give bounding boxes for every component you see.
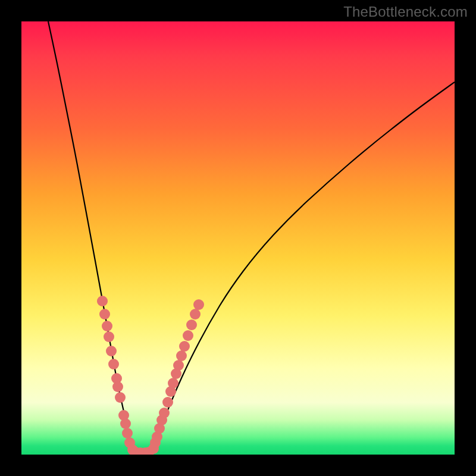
marker-dot	[168, 378, 178, 389]
plot-area	[21, 21, 455, 455]
marker-dot	[108, 359, 119, 369]
marker-dot	[99, 309, 110, 320]
marker-dot	[106, 346, 117, 356]
chart-frame: TheBottleneck.com	[0, 0, 476, 476]
marker-dot	[159, 408, 170, 418]
marker-dot	[97, 296, 108, 306]
marker-dot	[102, 321, 112, 331]
marker-dot	[190, 309, 201, 320]
marker-dot	[115, 392, 126, 403]
watermark-text: TheBottleneck.com	[343, 4, 468, 20]
marker-dot	[104, 331, 114, 342]
marker-dot	[173, 360, 184, 371]
data-markers	[97, 296, 204, 455]
marker-dot	[183, 330, 193, 341]
marker-dot	[186, 320, 197, 330]
marker-dot	[112, 381, 123, 392]
marker-dot	[193, 299, 204, 310]
marker-dot	[120, 418, 131, 429]
right-curve	[151, 82, 455, 455]
marker-dot	[122, 428, 133, 439]
chart-svg	[21, 21, 455, 455]
marker-dot	[179, 341, 190, 352]
marker-dot	[162, 397, 173, 408]
marker-dot	[176, 350, 187, 361]
